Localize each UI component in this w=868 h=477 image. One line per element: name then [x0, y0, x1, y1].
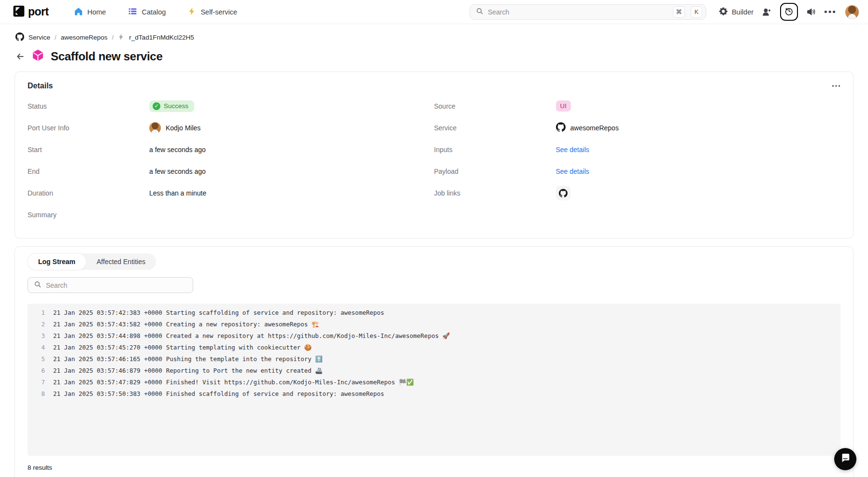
summary-label: Summary — [28, 211, 149, 219]
job-links-label: Job links — [434, 189, 556, 197]
back-arrow-icon[interactable] — [15, 52, 25, 61]
service-value[interactable]: awesomeRepos — [570, 124, 619, 132]
page-title-bar: Scaffold new service — [15, 49, 868, 64]
log-line-message: Creating a new repository: awesomeRepos … — [166, 319, 319, 330]
github-icon — [559, 189, 568, 197]
log-line-message: Starting templating with cookiecutter 🍪 — [166, 342, 312, 353]
audit-log-button-active[interactable] — [780, 3, 798, 21]
log-line-number: 2 — [28, 319, 45, 330]
log-line: 221 Jan 2025 03:57:43:582 +0000Creating … — [28, 319, 840, 330]
log-line-number: 1 — [28, 307, 45, 319]
catalog-icon — [128, 7, 137, 17]
end-row: End a few seconds ago — [28, 160, 434, 182]
nav-catalog[interactable]: Catalog — [128, 7, 166, 17]
chat-launcher-button[interactable] — [834, 448, 856, 470]
action-cube-icon — [31, 49, 44, 64]
breadcrumb-run-id[interactable]: r_dTad1FnMdKcl22H5 — [129, 34, 194, 41]
payload-see-details-link[interactable]: See details — [556, 168, 589, 175]
global-search-input[interactable]: Search ⌘ K — [470, 4, 706, 20]
duration-value: Less than a minute — [149, 189, 206, 197]
inputs-see-details-link[interactable]: See details — [556, 146, 589, 154]
log-line-message: Finished! Visit https://github.com/Kodjo… — [166, 377, 414, 388]
log-line: 521 Jan 2025 03:57:46:165 +0000Pushing t… — [28, 353, 840, 365]
nav-self-service[interactable]: Self-service — [188, 7, 237, 17]
tab-affected-entities[interactable]: Affected Entities — [86, 253, 156, 270]
log-line-timestamp: 21 Jan 2025 03:57:42:383 +0000 — [53, 307, 162, 319]
job-links-row: Job links — [434, 182, 841, 204]
announcements-icon[interactable] — [806, 7, 816, 16]
top-navigation-bar: port Home Catalog Self-service Search ⌘ … — [0, 0, 868, 24]
header-actions: Builder ••• — [719, 3, 859, 21]
status-badge: ✓ Success — [149, 100, 194, 112]
port-user-label: Port User Info — [28, 124, 149, 132]
user-avatar[interactable] — [845, 5, 859, 19]
details-right-column: Source UI Service awesomeRepos Inputs Se… — [434, 95, 841, 225]
summary-row: Summary — [28, 204, 434, 225]
log-line-number: 3 — [28, 330, 45, 342]
log-line: 821 Jan 2025 03:57:50:383 +0000Finished … — [28, 388, 840, 400]
start-value: a few seconds ago — [149, 146, 206, 154]
builder-button[interactable]: Builder — [719, 7, 754, 17]
cmd-keycap: ⌘ — [673, 6, 685, 18]
details-left-column: Status ✓ Success Port User Info Kodjo Mi… — [28, 95, 434, 225]
log-line-message: Starting scaffolding of service and repo… — [166, 307, 384, 319]
k-keycap: K — [691, 6, 702, 18]
nav-self-service-label: Self-service — [200, 8, 237, 16]
payload-row: Payload See details — [434, 160, 841, 182]
breadcrumb-awesome-repos[interactable]: awesomeRepos — [61, 34, 108, 41]
log-stream-panel[interactable]: 121 Jan 2025 03:57:42:383 +0000Starting … — [28, 304, 840, 456]
payload-label: Payload — [434, 168, 556, 175]
log-line-number: 7 — [28, 377, 45, 388]
source-badge: UI — [556, 100, 571, 112]
source-row: Source UI — [434, 95, 841, 117]
log-line-message: Reporting to Port the new entity created… — [166, 365, 323, 377]
breadcrumb: Service / awesomeRepos / r_dTad1FnMdKcl2… — [15, 32, 868, 42]
nav-catalog-label: Catalog — [142, 8, 166, 16]
log-line-number: 4 — [28, 342, 45, 353]
log-line: 421 Jan 2025 03:57:45:270 +0000Starting … — [28, 342, 840, 353]
start-label: Start — [28, 146, 149, 154]
log-tabs: Log Stream Affected Entities — [28, 253, 156, 270]
end-value: a few seconds ago — [149, 168, 206, 175]
details-more-options-icon[interactable] — [832, 81, 840, 89]
invite-user-icon[interactable] — [762, 7, 772, 17]
log-line: 121 Jan 2025 03:57:42:383 +0000Starting … — [28, 307, 840, 319]
start-row: Start a few seconds ago — [28, 139, 434, 160]
run-bolt-icon — [118, 33, 125, 42]
chat-bubble-icon — [840, 452, 851, 466]
check-icon: ✓ — [153, 102, 160, 110]
status-label: Status — [28, 102, 149, 110]
job-link-github-button[interactable] — [556, 186, 570, 200]
port-logo[interactable]: port — [13, 5, 49, 19]
log-line: 321 Jan 2025 03:57:44:898 +0000Created a… — [28, 330, 840, 342]
nav-home[interactable]: Home — [74, 7, 106, 17]
tab-log-stream[interactable]: Log Stream — [28, 253, 86, 270]
log-line: 621 Jan 2025 03:57:46:879 +0000Reporting… — [28, 365, 840, 377]
service-row: Service awesomeRepos — [434, 117, 841, 139]
log-line-timestamp: 21 Jan 2025 03:57:47:829 +0000 — [53, 377, 162, 388]
log-line-timestamp: 21 Jan 2025 03:57:44:898 +0000 — [53, 330, 162, 342]
port-user-row: Port User Info Kodjo Miles — [28, 117, 434, 139]
log-line-number: 8 — [28, 388, 45, 400]
page-title: Scaffold new service — [51, 50, 162, 63]
duration-label: Duration — [28, 189, 149, 197]
log-lines: 121 Jan 2025 03:57:42:383 +0000Starting … — [28, 307, 840, 400]
log-line-message: Created a new repository at https://gith… — [166, 330, 450, 342]
breadcrumb-service[interactable]: Service — [28, 34, 50, 41]
duration-row: Duration Less than a minute — [28, 182, 434, 204]
breadcrumb-separator: / — [112, 34, 114, 41]
more-options-icon[interactable]: ••• — [824, 10, 837, 14]
log-line-timestamp: 21 Jan 2025 03:57:45:270 +0000 — [53, 342, 162, 353]
details-card-title: Details — [28, 82, 840, 90]
end-label: End — [28, 168, 149, 175]
source-label: Source — [434, 102, 556, 110]
port-logo-text: port — [28, 5, 49, 18]
log-line-message: Finished scaffolding of service and repo… — [166, 388, 384, 400]
gear-icon — [719, 7, 728, 17]
log-search-input[interactable]: Search — [28, 277, 193, 293]
status-row: Status ✓ Success — [28, 95, 434, 117]
log-line-timestamp: 21 Jan 2025 03:57:43:582 +0000 — [53, 319, 162, 330]
builder-label: Builder — [732, 8, 754, 16]
log-line-number: 5 — [28, 353, 45, 365]
results-count: 8 results — [28, 464, 840, 471]
